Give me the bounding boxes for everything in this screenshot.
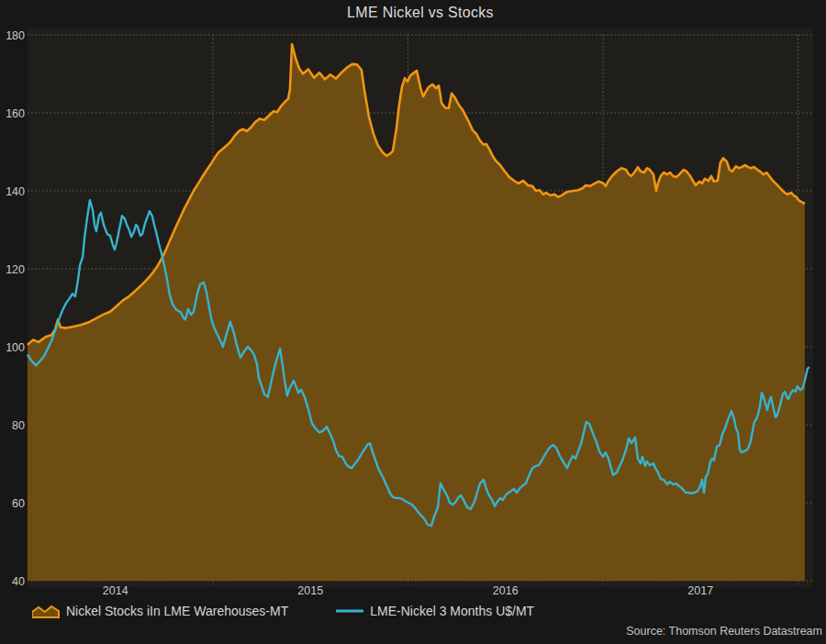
x-axis-tick-label: 2017 [687,584,713,597]
chart-canvas: 1801601401201008060402014201520162017 [0,0,826,644]
x-axis-tick-label: 2016 [493,584,519,597]
legend-item-stocks: Nickel Stocks iIn LME Warehouses-MT [32,604,288,618]
legend-item-price: LME-Nickel 3 Months U$/MT [336,604,534,618]
y-axis-tick-label: 140 [6,185,25,198]
y-axis-tick-label: 40 [12,575,25,588]
source-credit: Source: Thomson Reuters Datastream [626,625,822,638]
x-axis-tick-label: 2015 [297,584,323,597]
legend-label-stocks: Nickel Stocks iIn LME Warehouses-MT [66,604,288,618]
chart-title: LME Nickel vs Stocks [28,5,813,21]
y-axis-tick-label: 180 [6,29,25,42]
series-layer [28,44,809,581]
legend-label-price: LME-Nickel 3 Months U$/MT [370,604,534,618]
y-axis-tick-label: 100 [6,341,25,354]
legend: Nickel Stocks iIn LME Warehouses-MT LME-… [32,601,534,621]
y-axis-tick-label: 80 [12,419,25,432]
stocks-area-fill [28,44,805,581]
y-axis-tick-label: 60 [12,497,25,510]
y-axis-tick-label: 120 [6,263,25,276]
line-swatch-icon [336,604,363,618]
area-swatch-icon [32,604,60,618]
x-axis-tick-label: 2014 [103,584,128,597]
y-axis-tick-label: 160 [6,107,25,120]
